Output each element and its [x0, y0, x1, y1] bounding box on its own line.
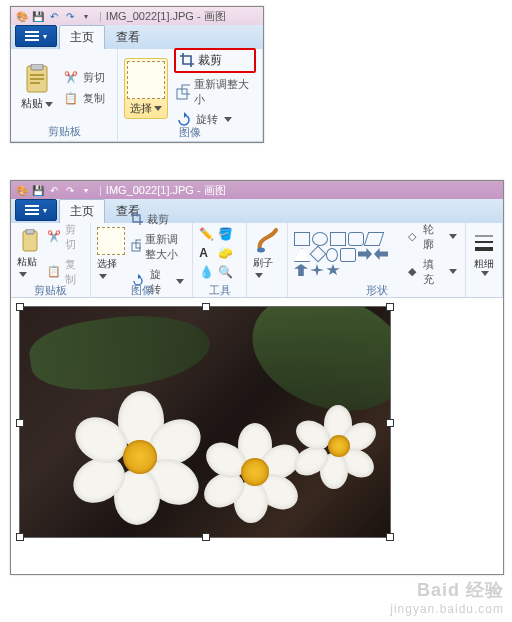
scissors-icon: ✂️ — [47, 229, 61, 245]
save-icon[interactable]: 💾 — [31, 9, 45, 23]
image-selection[interactable] — [19, 306, 391, 538]
outline-icon: ◇ — [405, 229, 419, 245]
copy-button[interactable]: 📋 复制 — [61, 89, 107, 107]
thickness-button[interactable]: 粗细 — [472, 227, 496, 281]
app-icon: 🎨 — [15, 9, 29, 23]
shape-hex[interactable] — [340, 248, 356, 262]
fill-icon: ◆ — [405, 264, 419, 280]
copy-icon: 📋 — [63, 90, 79, 106]
select-marquee-icon — [127, 61, 165, 99]
svg-rect-2 — [30, 74, 44, 76]
resize-icon — [131, 239, 141, 255]
pencil-icon[interactable]: ✏️ — [199, 227, 215, 243]
cut-button[interactable]: ✂️剪切 — [45, 221, 84, 253]
select-marquee-icon — [97, 227, 125, 255]
shape-triangle[interactable] — [294, 248, 310, 262]
shape-ellipse[interactable] — [312, 232, 328, 246]
tab-home[interactable]: 主页 — [59, 199, 105, 223]
group-tools-label: 工具 — [199, 283, 240, 298]
shape-penta[interactable] — [326, 248, 338, 262]
shapes-gallery[interactable] — [294, 232, 399, 276]
tab-strip: ▾ 主页 查看 — [11, 199, 503, 223]
title-bar: 🎨 💾 ↶ ↷ ▾ | IMG_0022[1].JPG - 画图 — [11, 7, 263, 25]
shape-arrowR[interactable] — [358, 248, 372, 260]
shape-star5[interactable] — [326, 264, 340, 276]
resize-handle[interactable] — [16, 419, 24, 427]
cut-button[interactable]: ✂️ 剪切 — [61, 68, 107, 86]
copy-icon: 📋 — [47, 264, 61, 280]
thickness-icon — [474, 233, 494, 255]
brush-icon — [256, 228, 278, 254]
app-icon: 🎨 — [15, 183, 29, 197]
shape-para[interactable] — [364, 232, 385, 246]
ribbon: 粘贴 ✂️ 剪切 📋 复制 剪贴板 — [11, 49, 263, 142]
eraser-icon[interactable]: 🧽 — [218, 246, 234, 262]
canvas-area[interactable] — [11, 298, 503, 574]
crop-icon — [180, 53, 194, 67]
file-menu[interactable]: ▾ — [15, 25, 57, 47]
shape-diamond[interactable] — [310, 246, 327, 263]
shape-line[interactable] — [294, 232, 310, 246]
paste-button[interactable]: 粘贴 — [17, 64, 57, 111]
eyedropper-icon[interactable]: 💧 — [199, 265, 215, 281]
magnifier-icon[interactable]: 🔍 — [218, 265, 234, 281]
file-menu[interactable]: ▾ — [15, 199, 57, 221]
clipboard-icon — [20, 229, 40, 253]
resize-handle[interactable] — [16, 303, 24, 311]
tab-strip: ▾ 主页 查看 — [11, 25, 263, 49]
tab-home[interactable]: 主页 — [59, 25, 105, 49]
shape-arrowU[interactable] — [294, 264, 308, 276]
resize-button[interactable]: 重新调整大小 — [174, 76, 256, 108]
text-icon[interactable]: A — [199, 246, 215, 262]
svg-rect-3 — [30, 78, 44, 80]
svg-rect-8 — [26, 229, 34, 234]
shape-roundrect[interactable] — [348, 232, 364, 246]
resize-handle[interactable] — [202, 303, 210, 311]
photo-content — [20, 307, 390, 537]
redo-icon[interactable]: ↷ — [63, 183, 77, 197]
crop-button[interactable]: 裁剪 — [174, 48, 256, 73]
undo-icon[interactable]: ↶ — [47, 9, 61, 23]
select-button[interactable]: 选择 — [97, 227, 125, 282]
group-clipboard-label: 剪贴板 — [17, 124, 111, 139]
scissors-icon: ✂️ — [63, 69, 79, 85]
paste-button[interactable]: 粘贴 — [17, 229, 43, 280]
redo-icon[interactable]: ↷ — [63, 9, 77, 23]
svg-rect-1 — [31, 64, 43, 70]
resize-handle[interactable] — [16, 533, 24, 541]
ribbon: 粘贴 ✂️剪切 📋复制 剪贴板 选择 裁剪 重新调整大小 旋转 — [11, 223, 503, 298]
shape-star4[interactable] — [310, 264, 324, 276]
svg-point-11 — [257, 247, 265, 252]
window-title: IMG_0022[1].JPG - 画图 — [106, 183, 226, 198]
qat-dropdown-icon[interactable]: ▾ — [79, 183, 93, 197]
resize-handle[interactable] — [386, 419, 394, 427]
clipboard-icon — [23, 64, 51, 94]
shape-outline-button[interactable]: ◇轮廓 — [403, 221, 459, 253]
shape-arrowL[interactable] — [374, 248, 388, 260]
watermark: Baid 经验 jingyan.baidu.com — [390, 580, 504, 616]
tab-view[interactable]: 查看 — [105, 25, 151, 49]
group-clipboard-label: 剪贴板 — [17, 283, 84, 298]
resize-button[interactable]: 重新调整大小 — [129, 231, 186, 263]
resize-icon — [176, 84, 190, 100]
resize-handle[interactable] — [202, 533, 210, 541]
crop-button[interactable]: 裁剪 — [129, 211, 186, 228]
crop-icon — [131, 213, 143, 225]
qat-dropdown-icon[interactable]: ▾ — [79, 9, 93, 23]
undo-icon[interactable]: ↶ — [47, 183, 61, 197]
bucket-icon[interactable]: 🪣 — [218, 227, 234, 243]
title-bar: 🎨 💾 ↶ ↷ ▾ | IMG_0022[1].JPG - 画图 — [11, 181, 503, 199]
resize-handle[interactable] — [386, 533, 394, 541]
group-image-label: 图像 — [124, 125, 256, 140]
save-icon[interactable]: 💾 — [31, 183, 45, 197]
window-title: IMG_0022[1].JPG - 画图 — [106, 9, 226, 24]
resize-handle[interactable] — [386, 303, 394, 311]
svg-rect-4 — [30, 82, 40, 84]
group-image-label: 图像 — [97, 283, 186, 298]
brushes-button[interactable]: 刷子 — [253, 227, 281, 281]
shape-rect[interactable] — [330, 232, 346, 246]
select-button[interactable]: 选择 — [124, 58, 168, 119]
group-shapes-label: 形状 — [294, 283, 459, 298]
